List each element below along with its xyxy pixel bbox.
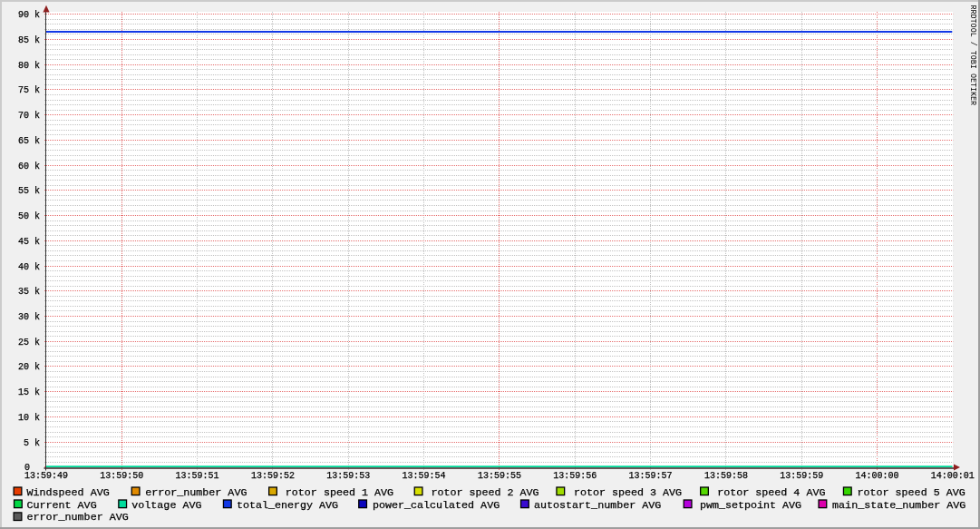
svg-text:rotor speed 5 AVG: rotor speed 5 AVG <box>858 486 965 499</box>
svg-text:5 k: 5 k <box>24 438 40 448</box>
svg-text:15 k: 15 k <box>18 387 40 397</box>
svg-text:70 k: 70 k <box>18 111 40 121</box>
svg-text:75 k: 75 k <box>18 85 40 95</box>
svg-text:13:59:57: 13:59:57 <box>628 471 672 481</box>
svg-text:Windspeed AVG: Windspeed AVG <box>27 486 110 499</box>
svg-text:35 k: 35 k <box>18 287 40 297</box>
svg-text:65 k: 65 k <box>18 136 40 146</box>
svg-text:13:59:54: 13:59:54 <box>403 471 446 481</box>
svg-text:13:59:58: 13:59:58 <box>704 471 748 481</box>
svg-text:rotor speed 2 AVG: rotor speed 2 AVG <box>431 486 539 499</box>
svg-text:14:00:01: 14:00:01 <box>931 471 975 481</box>
svg-text:14:00:00: 14:00:00 <box>855 471 898 481</box>
svg-text:25 k: 25 k <box>18 338 40 348</box>
svg-text:13:59:53: 13:59:53 <box>326 471 370 481</box>
svg-text:13:59:49: 13:59:49 <box>24 471 68 481</box>
svg-text:60 k: 60 k <box>18 162 40 171</box>
svg-text:45 k: 45 k <box>18 237 40 247</box>
svg-text:80 k: 80 k <box>18 61 40 71</box>
svg-text:Current AVG: Current AVG <box>27 499 97 512</box>
svg-text:error_number AVG: error_number AVG <box>27 511 129 524</box>
svg-text:rotor speed 4 AVG: rotor speed 4 AVG <box>717 486 825 499</box>
svg-text:40 k: 40 k <box>18 262 40 272</box>
svg-text:power_calculated AVG: power_calculated AVG <box>373 499 500 512</box>
svg-text:13:59:51: 13:59:51 <box>176 471 219 481</box>
svg-text:pwm_setpoint AVG: pwm_setpoint AVG <box>700 499 801 512</box>
svg-text:rotor speed 1 AVG: rotor speed 1 AVG <box>286 486 393 499</box>
svg-text:30 k: 30 k <box>18 312 40 322</box>
svg-text:13:59:50: 13:59:50 <box>100 471 143 481</box>
svg-text:total_energy AVG: total_energy AVG <box>237 499 338 512</box>
svg-text:10 k: 10 k <box>18 413 40 423</box>
svg-text:13:59:55: 13:59:55 <box>478 471 521 481</box>
svg-text:85 k: 85 k <box>18 35 40 45</box>
svg-text:50 k: 50 k <box>18 211 40 221</box>
svg-text:rotor speed 3 AVG: rotor speed 3 AVG <box>574 486 682 499</box>
svg-text:13:59:59: 13:59:59 <box>780 471 823 481</box>
svg-text:13:59:52: 13:59:52 <box>251 471 295 481</box>
svg-text:autostart_number AVG: autostart_number AVG <box>534 499 661 512</box>
svg-text:RRDTOOL / TOBI OETIKER: RRDTOOL / TOBI OETIKER <box>968 5 977 106</box>
svg-text:55 k: 55 k <box>18 186 40 196</box>
svg-text:20 k: 20 k <box>18 362 40 372</box>
svg-text:90 k: 90 k <box>18 10 40 20</box>
svg-text:main_state_number AVG: main_state_number AVG <box>832 499 965 512</box>
svg-text:13:59:56: 13:59:56 <box>553 471 597 481</box>
svg-text:error_number AVG: error_number AVG <box>145 486 247 499</box>
svg-text:voltage AVG: voltage AVG <box>131 499 201 512</box>
